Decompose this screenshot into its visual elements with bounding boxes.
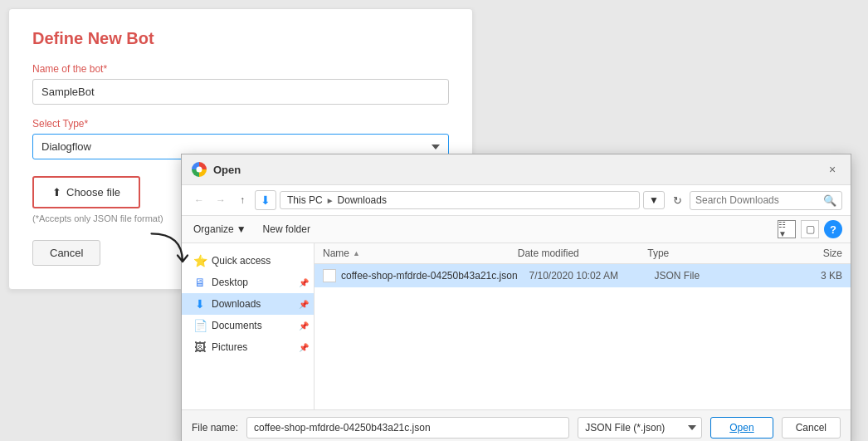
toolbar-right: ☷ ▼ ▢ ? [778,220,842,238]
file-date: 7/10/2020 10:02 AM [529,270,655,282]
sidebar-item-label: Desktop [212,277,248,288]
chrome-icon [192,162,207,177]
column-size[interactable]: Size [778,247,842,259]
refresh-button[interactable]: ↻ [668,191,686,209]
breadcrumb-this-pc: This PC [287,194,323,206]
open-dialog: Open × ← → ↑ ⬇ This PC ► Downloads ▼ ↻ 🔍… [181,154,851,441]
forward-button[interactable]: → [212,191,230,209]
sidebar-item-pictures[interactable]: 🖼 Pictures 📌 [182,336,314,358]
upload-icon: ⬆ [52,186,61,198]
search-input[interactable] [695,194,820,206]
sidebar-item-label: Documents [212,320,262,331]
breadcrumb-chevron: ► [326,196,334,205]
sidebar: ⭐ Quick access 🖥 Desktop 📌 ⬇ Downloads 📌… [182,243,315,409]
filetype-select[interactable]: JSON File (*.json) [578,417,702,439]
documents-icon: 📄 [193,319,207,332]
file-list: Name ▲ Date modified Type Size coffee-sh… [315,243,851,409]
file-name: coffee-shop-mfdrde-04250b43a21c.json [341,270,529,282]
new-folder-button[interactable]: New folder [260,221,314,238]
column-size-label: Size [823,247,842,259]
sidebar-item-downloads[interactable]: ⬇ Downloads 📌 [182,293,314,315]
column-type[interactable]: Type [647,247,778,259]
sidebar-item-desktop[interactable]: 🖥 Desktop 📌 [182,272,314,293]
address-breadcrumb[interactable]: This PC ► Downloads [280,191,640,209]
dialog-cancel-button[interactable]: Cancel [782,417,841,439]
column-type-label: Type [647,247,669,259]
pictures-icon: 🖼 [193,341,207,354]
sidebar-item-documents[interactable]: 📄 Documents 📌 [182,315,314,336]
view-preview-button[interactable]: ▢ [801,220,819,238]
type-label: Select Type* [32,118,449,130]
downloads-nav-icon: ⬇ [255,190,276,210]
pin-icon: 📌 [299,343,309,352]
search-icon: 🔍 [823,194,836,207]
dialog-titlebar: Open × [182,154,851,185]
quick-access-icon: ⭐ [193,254,207,267]
desktop-icon: 🖥 [193,276,207,289]
dialog-title-left: Open [192,162,241,177]
sort-arrow-icon: ▲ [353,249,360,257]
file-icon [323,269,336,282]
address-dropdown-button[interactable]: ▼ [643,191,665,209]
filename-input[interactable] [246,417,569,439]
bot-name-input[interactable] [32,79,449,105]
search-box[interactable]: 🔍 [690,191,842,210]
form-title: Define New Bot [32,29,449,48]
column-date-label: Date modified [518,247,579,259]
back-button[interactable]: ← [190,191,208,209]
new-folder-label: New folder [263,223,310,235]
file-size: 3 KB [780,270,843,282]
filename-label: File name: [192,422,238,434]
file-type: JSON File [655,270,780,282]
pin-icon: 📌 [299,321,309,331]
dialog-close-button[interactable]: × [824,161,841,178]
file-list-header: Name ▲ Date modified Type Size [315,243,851,264]
help-button[interactable]: ? [824,220,842,238]
column-name[interactable]: Name ▲ [323,247,518,259]
choose-file-label: Choose file [66,186,120,198]
pin-icon: 📌 [299,278,309,287]
sidebar-item-quick-access[interactable]: ⭐ Quick access [182,250,314,272]
table-row[interactable]: coffee-shop-mfdrde-04250b43a21c.json 7/1… [315,264,851,287]
pin-icon: 📌 [299,300,309,309]
open-button[interactable]: Open [710,417,773,439]
downloads-icon: ⬇ [193,297,207,311]
dialog-toolbar: Organize ▼ New folder ☷ ▼ ▢ ? [182,216,851,243]
dialog-address-bar: ← → ↑ ⬇ This PC ► Downloads ▼ ↻ 🔍 [182,185,851,216]
dialog-content: ⭐ Quick access 🖥 Desktop 📌 ⬇ Downloads 📌… [182,243,851,409]
organize-chevron-icon: ▼ [237,223,246,235]
view-details-button[interactable]: ☷ ▼ [778,220,796,238]
sidebar-item-label: Pictures [212,341,247,353]
name-label: Name of the bot* [32,63,449,75]
up-button[interactable]: ↑ [233,191,251,209]
dialog-title: Open [213,164,241,176]
breadcrumb-downloads: Downloads [338,194,387,206]
sidebar-item-label: Downloads [212,298,261,310]
organize-button[interactable]: Organize ▼ [190,221,250,238]
column-date[interactable]: Date modified [518,247,648,259]
choose-file-button[interactable]: ⬆ Choose file [32,176,140,208]
sidebar-item-label: Quick access [212,255,271,267]
dialog-footer: File name: JSON File (*.json) Open Cance… [182,409,851,441]
organize-label: Organize [193,223,234,235]
column-name-label: Name [323,247,349,259]
cancel-button[interactable]: Cancel [32,240,100,266]
